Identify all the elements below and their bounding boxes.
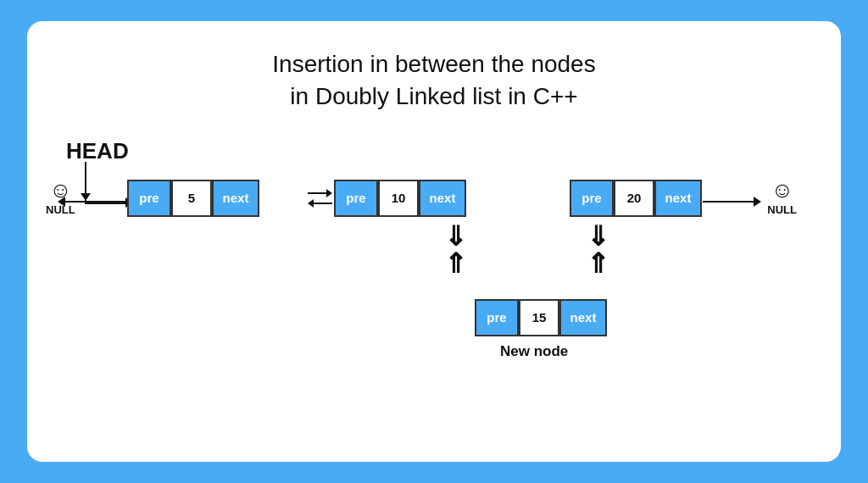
diagram-area: HEAD ☺ NULL pre 5 next bbox=[27, 113, 841, 462]
arrow-left-head bbox=[308, 199, 314, 208]
node-3-value: 20 bbox=[614, 180, 654, 217]
up-arrow-left: ⇑ bbox=[444, 250, 467, 277]
left-null-arrow bbox=[58, 197, 133, 207]
arrow-left-line bbox=[314, 203, 332, 204]
right-arrowhead bbox=[754, 197, 761, 207]
left-arrowhead bbox=[58, 197, 65, 207]
right-null: ☺ NULL bbox=[767, 177, 797, 216]
down-arrow-right: ⇓ bbox=[587, 223, 609, 250]
node-2-next: next bbox=[419, 180, 466, 217]
right-null-label: NULL bbox=[767, 203, 797, 216]
vert-arrows-right: ⇓ ⇑ bbox=[587, 223, 609, 277]
arrow-right-line bbox=[308, 192, 326, 194]
node-3-next: next bbox=[654, 180, 702, 217]
new-node: pre 15 next bbox=[475, 299, 607, 336]
right-arrow-line bbox=[703, 201, 754, 203]
new-node-label: New node bbox=[500, 343, 568, 360]
node-1-pre: pre bbox=[127, 180, 171, 217]
arrow-right-head bbox=[326, 189, 332, 197]
card: Insertion in between the nodes in Doubly… bbox=[27, 21, 841, 462]
node-2-pre: pre bbox=[334, 180, 378, 217]
right-null-arrow bbox=[703, 197, 761, 207]
right-null-icon: ☺ bbox=[771, 177, 793, 203]
up-arrow-right: ⇑ bbox=[587, 250, 609, 277]
node-3-pre: pre bbox=[570, 180, 614, 217]
arrow-right-1 bbox=[308, 189, 332, 197]
node-1-value: 5 bbox=[171, 180, 212, 217]
node-2-value: 10 bbox=[378, 180, 419, 217]
new-node-next: next bbox=[559, 299, 607, 336]
new-node-value: 15 bbox=[519, 299, 559, 336]
head-label: HEAD bbox=[66, 138, 129, 164]
page-title: Insertion in between the nodes in Doubly… bbox=[272, 48, 595, 113]
down-arrow-left: ⇓ bbox=[444, 223, 467, 250]
node-3: pre 20 next bbox=[570, 180, 702, 217]
node-1-next: next bbox=[212, 180, 259, 217]
left-arrow-line bbox=[65, 201, 133, 203]
vert-arrows-left: ⇓ ⇑ bbox=[444, 223, 467, 277]
new-node-pre: pre bbox=[475, 299, 519, 336]
node-1: pre 5 next bbox=[127, 180, 259, 217]
arrow-left-1 bbox=[308, 199, 332, 208]
node-2: pre 10 next bbox=[334, 180, 466, 217]
double-arrow-1-2 bbox=[307, 180, 332, 217]
